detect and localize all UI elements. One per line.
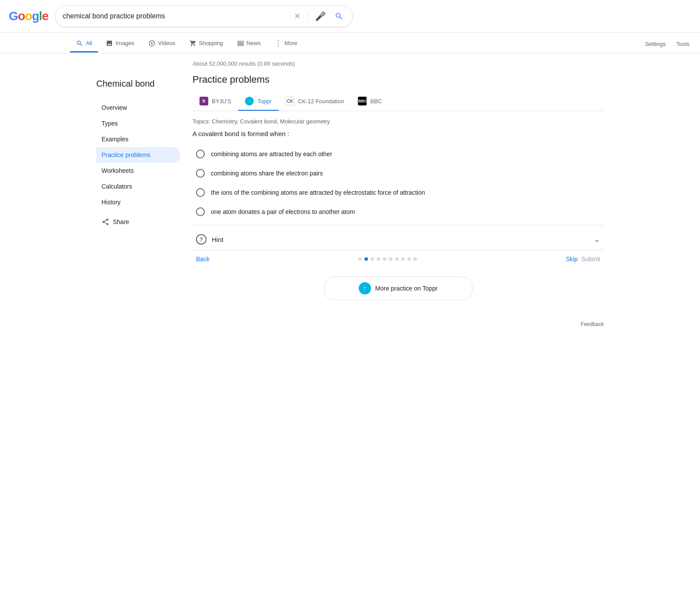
- source-tab-byjus[interactable]: B BYJU'S: [192, 92, 238, 111]
- option-3[interactable]: the ions of the combining atoms are attr…: [192, 183, 604, 202]
- logo-o1: o: [18, 9, 25, 23]
- hint-text: Hint: [212, 236, 588, 243]
- tab-videos[interactable]: Videos: [142, 35, 182, 53]
- question-nav-row: Back Skip Submit: [192, 250, 604, 268]
- source-tab-byjus-label: BYJU'S: [212, 98, 231, 105]
- search-bar[interactable]: ✕ 🎤: [55, 5, 353, 27]
- sidebar-item-worksheets[interactable]: Worksheets: [96, 163, 180, 179]
- more-practice-label: More practice on Toppr: [375, 285, 438, 292]
- radio-1[interactable]: [196, 150, 205, 158]
- mic-icon: 🎤: [315, 11, 326, 21]
- feedback-area: Feedback: [192, 318, 604, 331]
- option-2-text: combining atoms share the electron pairs: [211, 170, 323, 177]
- dot-8: [401, 257, 405, 261]
- sidebar-item-history[interactable]: History: [96, 194, 180, 210]
- search-icon: [335, 12, 343, 21]
- source-tabs: B BYJU'S ↑ Toppr CK CK-12 Foundation BBC…: [192, 92, 604, 111]
- source-tab-ck12-label: CK-12 Foundation: [298, 98, 344, 105]
- chevron-down-icon: ⌄: [594, 235, 600, 244]
- tab-shopping[interactable]: Shopping: [183, 35, 229, 53]
- back-button[interactable]: Back: [196, 256, 210, 263]
- search-tab-icon: [76, 40, 83, 47]
- sidebar-item-overview[interactable]: Overview: [96, 100, 180, 116]
- sidebar-title: Chemical bond: [96, 78, 184, 89]
- sidebar-item-calculators[interactable]: Calculators: [96, 179, 180, 194]
- option-1[interactable]: combining atoms are attracted by each ot…: [192, 144, 604, 164]
- byjus-logo: B: [200, 97, 208, 105]
- skip-button[interactable]: Skip: [566, 256, 578, 263]
- tab-more-label: More: [284, 40, 298, 46]
- tab-news-label: News: [247, 40, 261, 46]
- section-title: Practice problems: [192, 74, 604, 85]
- close-icon: ✕: [294, 11, 301, 21]
- source-tab-bbc[interactable]: BBC BBC: [351, 92, 389, 111]
- tab-more[interactable]: ⋮ More: [269, 35, 304, 53]
- logo-g2: g: [32, 9, 39, 23]
- tab-news[interactable]: News: [231, 35, 267, 53]
- settings-link[interactable]: Settings: [644, 36, 668, 52]
- dot-10: [413, 257, 417, 261]
- dot-4: [377, 257, 380, 261]
- topics-text: Topics: Chemistry, Covalent bond, Molecu…: [192, 118, 604, 125]
- toppr-circle-icon: ↑: [359, 282, 371, 294]
- logo-l: l: [39, 9, 42, 23]
- sidebar-item-practice[interactable]: Practice problems: [96, 147, 180, 163]
- main-layout: Chemical bond Overview Types Examples Pr…: [88, 53, 612, 338]
- option-2[interactable]: combining atoms share the electron pairs: [192, 164, 604, 183]
- tab-images-label: Images: [116, 40, 134, 46]
- source-tab-ck12[interactable]: CK CK-12 Foundation: [279, 92, 351, 111]
- options-divider: [192, 225, 604, 225]
- radio-2[interactable]: [196, 169, 205, 178]
- more-practice-container: ↑ More practice on Toppr: [192, 277, 604, 300]
- clear-button[interactable]: ✕: [292, 10, 302, 23]
- source-tab-bbc-label: BBC: [370, 98, 382, 105]
- option-4-text: one atom donates a pair of electrons to …: [211, 208, 355, 215]
- question-text: A covalent bond is formed when :: [192, 130, 604, 137]
- logo-g1: G: [9, 9, 18, 23]
- sidebar-item-examples[interactable]: Examples: [96, 131, 180, 147]
- search-button[interactable]: [333, 10, 345, 22]
- dot-1: [358, 257, 362, 261]
- tools-link[interactable]: Tools: [675, 36, 691, 52]
- source-tab-toppr[interactable]: ↑ Toppr: [238, 92, 279, 111]
- dot-3: [371, 257, 374, 261]
- option-4[interactable]: one atom donates a pair of electrons to …: [192, 202, 604, 221]
- ck12-logo: CK: [286, 97, 294, 105]
- share-icon: [102, 218, 109, 226]
- voice-search-button[interactable]: 🎤: [313, 9, 328, 23]
- dot-9: [407, 257, 411, 261]
- google-logo: Google: [9, 9, 48, 23]
- toppr-logo: ↑: [245, 97, 254, 105]
- dots-container: [213, 257, 562, 261]
- radio-3[interactable]: [196, 188, 205, 197]
- nav-tabs: All Images Videos Shopping News ⋮ More S…: [0, 33, 700, 53]
- dot-6: [389, 257, 392, 261]
- tab-shopping-label: Shopping: [199, 40, 223, 46]
- more-practice-button[interactable]: ↑ More practice on Toppr: [324, 277, 472, 300]
- tab-images[interactable]: Images: [100, 35, 140, 53]
- sidebar-nav: Overview Types Examples Practice problem…: [96, 100, 184, 210]
- logo-o2: o: [25, 9, 32, 23]
- shopping-icon: [189, 40, 196, 47]
- results-count: About 52,000,000 results (0.89 seconds): [192, 60, 604, 67]
- submit-button: Submit: [581, 256, 600, 263]
- sidebar-item-types[interactable]: Types: [96, 116, 180, 131]
- search-input[interactable]: [63, 12, 289, 20]
- tab-videos-label: Videos: [158, 40, 175, 46]
- header: Google ✕ 🎤: [0, 0, 700, 33]
- bbc-logo: BBC: [358, 97, 367, 105]
- news-icon: [237, 40, 244, 47]
- hint-row[interactable]: ? Hint ⌄: [192, 229, 604, 250]
- nav-settings: Settings Tools: [644, 36, 691, 52]
- tab-all[interactable]: All: [70, 35, 98, 53]
- more-dots-icon: ⋮: [275, 39, 282, 47]
- feedback-button[interactable]: Feedback: [581, 321, 604, 327]
- radio-4[interactable]: [196, 207, 205, 216]
- share-label: Share: [113, 218, 129, 225]
- dot-5: [383, 257, 386, 261]
- search-bar-icons: ✕ 🎤: [292, 9, 345, 23]
- logo-e: e: [42, 9, 49, 23]
- share-button[interactable]: Share: [96, 214, 184, 230]
- option-1-text: combining atoms are attracted by each ot…: [211, 151, 332, 158]
- video-icon: [148, 40, 155, 47]
